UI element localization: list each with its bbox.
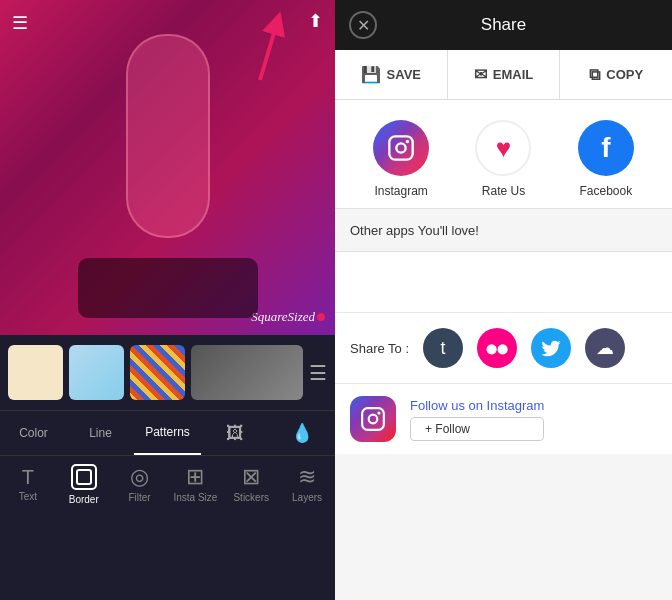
facebook-icon: f (578, 120, 634, 176)
tab-color[interactable]: Color (0, 411, 67, 455)
tab-drop[interactable]: 💧 (268, 411, 335, 455)
tool-text[interactable]: T Text (0, 456, 56, 512)
tool-stickers[interactable]: ⊠ Stickers (223, 456, 279, 512)
svg-point-7 (377, 411, 380, 414)
bottom-tools: ☰ Color Line Patterns 🖼 💧 T Text (0, 335, 335, 600)
follow-title: Follow us on Instagram (410, 398, 544, 413)
svg-point-6 (369, 415, 378, 424)
other-apps-section: Other apps You'll love! (335, 208, 672, 252)
rateus-button[interactable]: ♥ Rate Us (475, 120, 531, 198)
tab-image[interactable]: 🖼 (201, 411, 268, 455)
watermark: SquareSized (251, 309, 325, 325)
close-button[interactable]: ✕ (349, 11, 377, 39)
follow-instagram-icon (350, 396, 396, 442)
instagram-button[interactable]: Instagram (373, 120, 429, 198)
svg-point-3 (396, 143, 405, 152)
bottom-area (335, 454, 672, 600)
save-icon: 💾 (361, 65, 381, 84)
follow-text: Follow us on Instagram + Follow (410, 398, 544, 441)
swatch-blue[interactable] (69, 345, 124, 400)
other-apps-text: Other apps You'll love! (350, 223, 479, 238)
cloud-button[interactable]: ☁ (585, 328, 625, 368)
swatch-dark[interactable] (191, 345, 303, 400)
right-panel: ✕ Share 💾 SAVE ✉ EMAIL ⧉ COPY Inst (335, 0, 672, 600)
rateus-label: Rate Us (482, 184, 525, 198)
photo-area: ☰ ⬆ SquareSized (0, 0, 335, 335)
swatch-pattern[interactable] (130, 345, 185, 400)
list-icon[interactable]: ☰ (309, 361, 327, 385)
social-row: Instagram ♥ Rate Us f Facebook (335, 100, 672, 208)
texture-row: ☰ (0, 335, 335, 410)
icon-row: T Text Border ◎ Filter ⊞ Insta Size ⊠ St… (0, 455, 335, 520)
svg-point-4 (406, 140, 410, 144)
facebook-label: Facebook (579, 184, 632, 198)
spacer-area (335, 252, 672, 312)
follow-section: Follow us on Instagram + Follow (335, 383, 672, 454)
copy-button[interactable]: ⧉ COPY (560, 50, 672, 99)
tab-row: Color Line Patterns 🖼 💧 (0, 410, 335, 455)
facebook-button[interactable]: f Facebook (578, 120, 634, 198)
share-icon-top[interactable]: ⬆ (308, 10, 323, 32)
tab-patterns[interactable]: Patterns (134, 411, 201, 455)
svg-rect-5 (362, 408, 384, 430)
rateus-icon: ♥ (475, 120, 531, 176)
tool-border[interactable]: Border (56, 456, 112, 512)
email-icon: ✉ (474, 65, 487, 84)
share-to-section: Share To : t ⬤⬤ ☁ (335, 312, 672, 383)
left-panel: ☰ ⬆ SquareSized ☰ Color (0, 0, 335, 600)
tab-line[interactable]: Line (67, 411, 134, 455)
email-button[interactable]: ✉ EMAIL (448, 50, 561, 99)
svg-rect-2 (389, 136, 412, 159)
flickr-button[interactable]: ⬤⬤ (477, 328, 517, 368)
share-to-label: Share To : (350, 341, 409, 356)
menu-icon[interactable]: ☰ (12, 12, 28, 34)
action-bar: 💾 SAVE ✉ EMAIL ⧉ COPY (335, 50, 672, 100)
instagram-label: Instagram (374, 184, 427, 198)
share-title: Share (481, 15, 526, 35)
tumblr-button[interactable]: t (423, 328, 463, 368)
save-button[interactable]: 💾 SAVE (335, 50, 448, 99)
tool-filter[interactable]: ◎ Filter (112, 456, 168, 512)
follow-button[interactable]: + Follow (410, 417, 544, 441)
copy-icon: ⧉ (589, 66, 600, 84)
instagram-icon (373, 120, 429, 176)
twitter-button[interactable] (531, 328, 571, 368)
tool-instasize[interactable]: ⊞ Insta Size (167, 456, 223, 512)
swatch-cream[interactable] (8, 345, 63, 400)
arrow-indicator (205, 5, 295, 95)
svg-line-1 (260, 23, 277, 80)
share-header: ✕ Share (335, 0, 672, 50)
tool-layers[interactable]: ≋ Layers (279, 456, 335, 512)
